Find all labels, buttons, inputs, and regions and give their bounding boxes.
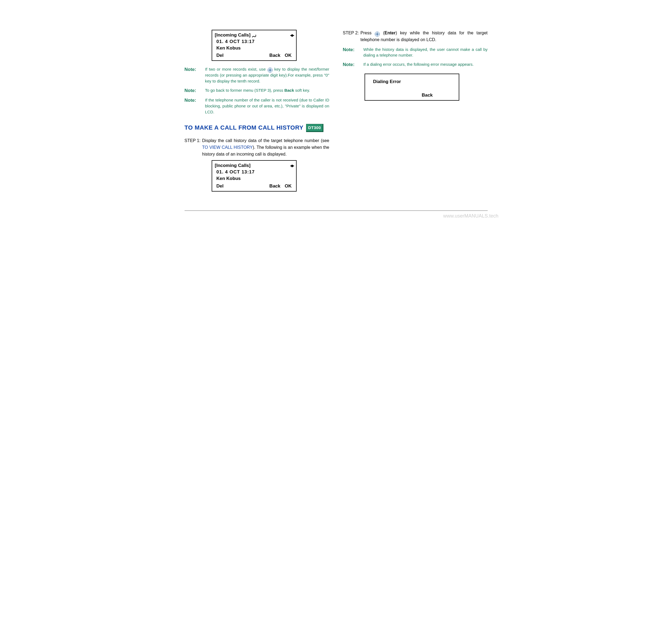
softkey-del: Del (216, 183, 224, 189)
right-column: STEP 2: Press (Enter) key while the hist… (343, 27, 488, 197)
lcd-line1: 01. 4 OCT 13:17 (215, 169, 293, 175)
softkey-ok: OK (285, 52, 292, 59)
note-dialing-error: Note: If a dialing error occurs, the fol… (343, 62, 488, 68)
nav-arrows-icon: ◂ ▸ (290, 163, 293, 168)
step-mid: ( (380, 31, 384, 35)
section-heading: TO MAKE A CALL FROM CALL HISTORY DT300 (184, 123, 329, 132)
note-text: If the telephone number of the caller is… (205, 97, 329, 115)
lcd-title: [Incoming Calls] (215, 162, 251, 169)
lcd-incoming-calls-1: [Incoming Calls] ◂ ▸ 01. 4 OCT 13:17 Ken… (212, 30, 297, 61)
note-bold: Back (284, 88, 294, 93)
lcd-dialing-error: Dialing Error Back (364, 73, 459, 101)
watermark: www.userMANUALS.tech (443, 213, 498, 219)
heading-text: TO MAKE A CALL FROM CALL HISTORY (184, 124, 304, 131)
note-label: Note: (343, 47, 359, 58)
step-text: Display the call history data of the tar… (202, 137, 329, 157)
lcd-softkeys: Del Back OK (215, 183, 293, 189)
note-text: To go back to former menu (STEP 3), pres… (205, 87, 310, 94)
cross-reference-link[interactable]: TO VIEW CALL HISTORY (202, 145, 253, 150)
svg-point-3 (376, 33, 378, 35)
note-label: Note: (184, 97, 200, 115)
softkey-back: Back (269, 183, 280, 189)
step-pre: Display the call history data of the tar… (202, 138, 329, 143)
note-no-dial-while-history: Note: While the history data is displaye… (343, 47, 488, 58)
note-label: Note: (184, 87, 200, 94)
lcd-line1: 01. 4 OCT 13:17 (215, 38, 293, 45)
note-label: Note: (343, 62, 359, 68)
softkey-del: Del (216, 52, 224, 59)
svg-point-1 (269, 69, 271, 71)
note-text: While the history data is displayed, the… (363, 47, 488, 58)
step-1: STEP 1: Display the call history data of… (184, 137, 329, 157)
error-back-softkey: Back (400, 93, 454, 98)
left-column: [Incoming Calls] ◂ ▸ 01. 4 OCT 13:17 Ken… (184, 27, 329, 197)
two-column-layout: [Incoming Calls] ◂ ▸ 01. 4 OCT 13:17 Ken… (184, 27, 488, 197)
error-title: Dialing Error (373, 79, 454, 84)
nav-arrows-icon: ◂ ▸ (290, 33, 293, 38)
lcd-line2: Ken Kobus (215, 45, 293, 51)
softkey-back: Back (269, 52, 280, 59)
lcd-title-row: [Incoming Calls] ◂ ▸ (215, 162, 293, 169)
model-tag: DT300 (306, 124, 324, 132)
step-label: STEP 2: (343, 30, 359, 43)
step-label: STEP 1: (184, 137, 200, 157)
lcd-title: [Incoming Calls] (215, 32, 251, 38)
note-text: If a dialing error occurs, the following… (363, 62, 474, 68)
cursor-key-icon (375, 31, 380, 36)
lcd-title-row: [Incoming Calls] ◂ ▸ (215, 32, 293, 38)
note-pre: If two or more records exist, use (205, 67, 267, 71)
step-bold: Enter (384, 31, 396, 35)
note-record-navigation: Note: If two or more records exist, use … (184, 66, 329, 84)
note-label: Note: (184, 66, 200, 84)
manual-page: [Incoming Calls] ◂ ▸ 01. 4 OCT 13:17 Ken… (168, 0, 504, 222)
note-text-part: To go back to former menu (STEP 3), pres… (205, 88, 284, 93)
lcd-incoming-calls-2: [Incoming Calls] ◂ ▸ 01. 4 OCT 13:17 Ken… (212, 160, 297, 191)
note-tail: soft key. (294, 88, 310, 93)
note-back-softkey: Note: To go back to former menu (STEP 3)… (184, 87, 329, 94)
note-text: If two or more records exist, use key to… (205, 66, 329, 84)
step-2: STEP 2: Press (Enter) key while the hist… (343, 30, 488, 43)
missed-call-icon (252, 33, 257, 37)
cursor-key-icon (267, 67, 273, 72)
step-text: Press (Enter) key while the history data… (360, 30, 488, 43)
lcd-softkeys: Del Back OK (215, 52, 293, 59)
lcd-line2: Ken Kobus (215, 175, 293, 182)
step-pre: Press (360, 31, 375, 35)
softkey-ok: OK (285, 183, 292, 189)
footer-divider (184, 211, 488, 211)
note-private-display: Note: If the telephone number of the cal… (184, 97, 329, 115)
